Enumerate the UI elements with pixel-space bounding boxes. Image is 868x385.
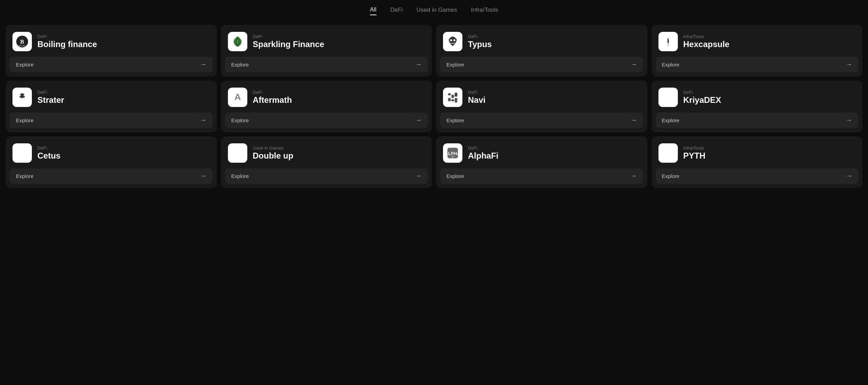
card-title: Double up xyxy=(253,151,293,160)
card-title: Cetus xyxy=(37,151,61,160)
explore-button[interactable]: Explore → xyxy=(656,113,859,128)
card-title: PYTH xyxy=(683,151,706,160)
arrow-icon: → xyxy=(200,117,206,124)
card-info: DeFi Strater xyxy=(37,90,64,105)
explore-button[interactable]: Explore → xyxy=(225,113,428,128)
card-sparkling-finance: DeFi Sparkling Finance Explore → xyxy=(221,25,432,77)
explore-button[interactable]: Explore → xyxy=(440,57,643,72)
card-header: DeFi Cetus xyxy=(6,136,217,168)
explore-label: Explore xyxy=(231,62,249,68)
nav-item-all[interactable]: All xyxy=(370,6,377,15)
card-info: DeFi Typus xyxy=(468,34,492,49)
card-category: DeFi xyxy=(253,34,325,39)
explore-label: Explore xyxy=(662,173,680,179)
card-header: A DeFi Aftermath xyxy=(221,81,432,113)
card-logo xyxy=(658,32,678,51)
svg-point-17 xyxy=(237,156,239,159)
svg-rect-12 xyxy=(455,93,458,97)
card-logo xyxy=(228,32,247,51)
explore-button[interactable]: Explore → xyxy=(10,113,213,128)
explore-label: Explore xyxy=(231,173,249,179)
card-category: DeFi xyxy=(37,145,61,151)
explore-button[interactable]: Explore → xyxy=(440,113,643,128)
svg-text:Fi: Fi xyxy=(452,155,454,159)
cards-grid: B BOILING DeFi Boiling finance Explore → xyxy=(0,21,868,196)
explore-button[interactable]: Explore → xyxy=(440,168,643,184)
svg-rect-14 xyxy=(451,99,454,101)
card-logo: B BOILING xyxy=(12,32,32,51)
explore-label: Explore xyxy=(662,62,680,68)
card-header: DeFi Strater xyxy=(6,81,217,113)
card-header: Used in Games Double up xyxy=(221,136,432,168)
card-double-up: Used in Games Double up Explore → xyxy=(221,136,432,188)
svg-rect-13 xyxy=(448,98,451,101)
card-alphafi: ALPHA Fi DeFi AlphaFi Explore → xyxy=(436,136,647,188)
card-info: DeFi AlphaFi xyxy=(468,145,498,160)
card-category: DeFi xyxy=(683,90,721,95)
card-category: DeFi xyxy=(468,34,492,39)
nav-item-used-in-games[interactable]: Used in Games xyxy=(417,7,457,15)
card-kriyadex: DeFi KriyaDEX Explore → xyxy=(652,81,863,132)
svg-rect-10 xyxy=(448,93,451,96)
card-category: Infra/Tools xyxy=(683,34,729,39)
card-boiling-finance: B BOILING DeFi Boiling finance Explore → xyxy=(6,25,217,77)
card-category: DeFi xyxy=(468,145,498,151)
card-title: Typus xyxy=(468,40,492,49)
card-header: DeFi KriyaDEX xyxy=(652,81,863,113)
card-logo xyxy=(443,88,462,107)
card-logo xyxy=(12,143,32,163)
card-logo xyxy=(12,88,32,107)
svg-point-4 xyxy=(453,39,455,41)
card-category: Infra/Tools xyxy=(683,145,706,151)
card-title: Aftermath xyxy=(253,96,292,105)
card-strater: DeFi Strater Explore → xyxy=(6,81,217,132)
card-header: Infra/Tools Hexcapsule xyxy=(652,25,863,57)
arrow-icon: → xyxy=(846,61,852,68)
card-title: Hexcapsule xyxy=(683,40,729,49)
svg-text:B: B xyxy=(20,38,24,45)
explore-label: Explore xyxy=(231,117,249,123)
card-logo xyxy=(658,143,678,163)
card-pyth: Infra/Tools PYTH Explore → xyxy=(652,136,863,188)
card-category: DeFi xyxy=(468,90,486,95)
card-info: DeFi Cetus xyxy=(37,145,61,160)
card-info: DeFi Boiling finance xyxy=(37,34,97,49)
explore-label: Explore xyxy=(446,173,464,179)
explore-label: Explore xyxy=(16,117,34,123)
card-title: Navi xyxy=(468,96,486,105)
card-cetus: DeFi Cetus Explore → xyxy=(6,136,217,188)
explore-button[interactable]: Explore → xyxy=(656,57,859,72)
explore-label: Explore xyxy=(446,62,464,68)
card-category: DeFi xyxy=(37,90,64,95)
explore-button[interactable]: Explore → xyxy=(225,168,428,184)
card-header: DeFi Typus xyxy=(436,25,647,57)
svg-text:A: A xyxy=(234,92,241,102)
explore-label: Explore xyxy=(16,173,34,179)
card-info: Used in Games Double up xyxy=(253,145,293,160)
arrow-icon: → xyxy=(846,117,852,124)
explore-button[interactable]: Explore → xyxy=(656,168,859,184)
card-title: Strater xyxy=(37,96,64,105)
explore-button[interactable]: Explore → xyxy=(10,57,213,72)
explore-label: Explore xyxy=(16,62,34,68)
explore-label: Explore xyxy=(662,117,680,123)
arrow-icon: → xyxy=(200,61,206,68)
arrow-icon: → xyxy=(415,172,422,180)
nav-item-defi[interactable]: DeFi xyxy=(390,7,403,15)
explore-button[interactable]: Explore → xyxy=(225,57,428,72)
card-info: DeFi KriyaDEX xyxy=(683,90,721,105)
card-info: DeFi Sparkling Finance xyxy=(253,34,325,49)
explore-button[interactable]: Explore → xyxy=(10,168,213,184)
svg-rect-15 xyxy=(455,98,458,102)
svg-point-16 xyxy=(24,150,26,152)
card-header: DeFi Navi xyxy=(436,81,647,113)
card-category: DeFi xyxy=(253,90,292,95)
nav-item-infra-tools[interactable]: Infra/Tools xyxy=(471,7,498,15)
svg-point-7 xyxy=(19,95,21,96)
card-header: B BOILING DeFi Boiling finance xyxy=(6,25,217,57)
card-category: Used in Games xyxy=(253,145,293,151)
card-info: DeFi Aftermath xyxy=(253,90,292,105)
card-category: DeFi xyxy=(37,34,97,39)
card-logo: ALPHA Fi xyxy=(443,143,462,163)
card-header: DeFi Sparkling Finance xyxy=(221,25,432,57)
